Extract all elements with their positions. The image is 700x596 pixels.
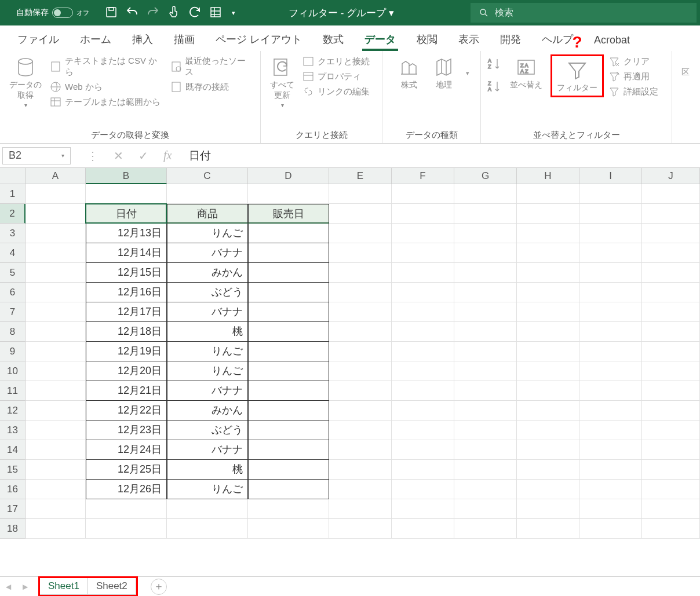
cell[interactable]: 12月23日 [86,421,167,440]
cell[interactable] [86,184,167,204]
col-header-D[interactable]: D [248,168,329,184]
filter-button[interactable]: ? フィルター [550,54,604,97]
edit-links-button[interactable]: リンクの編集 [302,86,370,97]
cell[interactable] [454,184,517,204]
cell[interactable]: 12月18日 [86,322,167,342]
cell[interactable] [248,283,329,302]
cell[interactable] [86,499,167,519]
reapply-button[interactable]: 再適用 [608,71,658,82]
cell[interactable] [454,322,517,342]
cell[interactable] [329,243,392,263]
row-header[interactable]: 4 [0,243,25,263]
cell[interactable] [454,421,517,440]
cell[interactable] [392,243,454,263]
cell[interactable] [454,519,517,539]
stocks-button[interactable]: 株式 [394,54,424,92]
cell[interactable] [392,342,454,361]
sheet-tab-Sheet1[interactable]: Sheet1 [40,578,88,595]
cell[interactable] [579,361,642,381]
row-header[interactable]: 15 [0,460,25,480]
cell[interactable] [517,204,579,224]
cell[interactable] [579,499,642,519]
cell[interactable] [25,263,86,283]
cell[interactable] [642,263,700,283]
row-header[interactable]: 9 [0,342,25,361]
cell[interactable] [329,460,392,480]
cell[interactable] [329,440,392,460]
cell[interactable] [579,519,642,539]
cell[interactable]: 12月20日 [86,361,167,381]
cell[interactable] [248,184,329,204]
redo-icon[interactable] [146,5,160,21]
cell[interactable] [248,480,329,499]
cell[interactable] [454,302,517,322]
cell[interactable] [25,440,86,460]
cell[interactable] [517,322,579,342]
cell[interactable] [248,519,329,539]
cell[interactable] [642,381,700,401]
cell[interactable] [642,440,700,460]
cell[interactable]: ぶどう [167,283,248,302]
cell[interactable]: りんご [167,342,248,361]
cell[interactable] [25,342,86,361]
col-header-I[interactable]: I [579,168,642,184]
cell[interactable] [517,460,579,480]
cell[interactable] [517,263,579,283]
cell[interactable]: 12月24日 [86,440,167,460]
cell[interactable] [642,342,700,361]
cell[interactable] [329,361,392,381]
cell[interactable] [642,401,700,421]
row-header[interactable]: 7 [0,302,25,322]
cell[interactable] [329,224,392,243]
cell[interactable] [248,421,329,440]
cell[interactable] [517,421,579,440]
cell[interactable] [392,204,454,224]
cell[interactable] [167,519,248,539]
cell[interactable] [579,224,642,243]
cell[interactable]: バナナ [167,302,248,322]
cell[interactable] [25,283,86,302]
cell[interactable]: 12月26日 [86,480,167,499]
cell[interactable]: 12月19日 [86,342,167,361]
cell[interactable] [392,421,454,440]
cell[interactable]: 12月14日 [86,243,167,263]
row-header[interactable]: 8 [0,322,25,342]
sheet-nav-next-icon[interactable]: ▶ [23,583,28,591]
cell[interactable] [329,302,392,322]
cell[interactable]: みかん [167,263,248,283]
touch-icon[interactable] [167,5,181,21]
fx-icon[interactable]: fx [163,149,172,162]
tab-ファイル[interactable]: ファイル [15,28,61,51]
cell[interactable] [25,204,86,224]
cell[interactable] [248,361,329,381]
cell[interactable]: 桃 [167,322,248,342]
cell[interactable]: 商品 [167,204,248,224]
cell[interactable]: 12月13日 [86,224,167,243]
cell[interactable]: 販売日 [248,204,329,224]
cell[interactable] [454,224,517,243]
cell[interactable] [642,204,700,224]
cell[interactable]: 12月17日 [86,302,167,322]
cell[interactable] [454,361,517,381]
cell[interactable] [25,322,86,342]
cell[interactable] [579,480,642,499]
cell[interactable] [392,499,454,519]
cell[interactable] [579,322,642,342]
tab-ページ レイアウト[interactable]: ページ レイアウト [213,28,304,51]
tab-開発[interactable]: 開発 [498,28,523,51]
cell[interactable] [329,322,392,342]
cell[interactable]: 12月15日 [86,263,167,283]
cell[interactable] [454,440,517,460]
add-sheet-button[interactable]: ＋ [151,579,167,595]
cell[interactable] [579,263,642,283]
cell[interactable] [248,499,329,519]
cell[interactable] [25,184,86,204]
cell[interactable] [517,243,579,263]
cell[interactable] [392,519,454,539]
tab-挿入[interactable]: 挿入 [130,28,155,51]
cell[interactable] [86,519,167,539]
search-box[interactable]: 検索 [471,3,697,23]
cell[interactable] [392,302,454,322]
cell[interactable] [329,204,392,224]
cell[interactable] [329,381,392,401]
